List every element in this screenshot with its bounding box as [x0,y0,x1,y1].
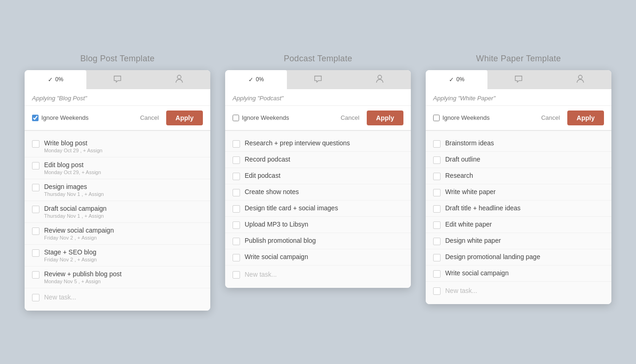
table-row: Edit blog postMonday Oct 29, + Assign [25,157,210,179]
tab-2-0[interactable]: ✓0% [426,70,487,89]
new-task-item-2[interactable]: New task... [426,282,611,299]
tab-2-1[interactable] [487,70,549,89]
task-checkbox-1-7[interactable] [233,254,240,261]
ignore-weekends-checkbox-1[interactable] [233,115,239,121]
options-bar-1: Ignore WeekendsCancelApply [225,106,411,131]
table-row: Stage + SEO blogFriday Nov 2 , + Assign [25,245,210,266]
tab-icon-1-1 [314,75,322,84]
task-content-1-2: Edit podcast [245,172,280,179]
new-task-label-2: New task... [445,287,477,294]
card-2: ✓0%Applying "White Paper"Ignore Weekends… [426,70,611,304]
tab-0-0[interactable]: ✓0% [25,70,86,89]
tab-icon-2-2 [577,75,584,84]
ignore-weekends-checkbox-0[interactable] [32,115,39,121]
task-name-2-8: Write social campaign [445,269,509,277]
tab-label-0-0: 0% [55,76,63,83]
tab-icon-2-1 [514,75,523,84]
task-name-0-6: Review + publish blog post [44,270,122,278]
task-list-0: Write blog postMonday Oct 29 , + AssignE… [25,131,210,311]
new-task-item-1[interactable]: New task... [225,266,411,283]
apply-button-2[interactable]: Apply [567,110,604,125]
table-row: Research [426,168,611,184]
tab-0-2[interactable] [149,70,210,89]
cancel-button-2[interactable]: Cancel [538,112,564,123]
tab-1-1[interactable] [287,70,349,89]
task-checkbox-1-1[interactable] [233,156,240,164]
ignore-weekends-checkbox-2[interactable] [433,115,440,121]
task-meta-0-6: Monday Nov 5 , + Assign [44,279,122,284]
tab-2-2[interactable] [550,70,611,89]
tab-icon-2-0: ✓ [449,76,454,83]
applying-label-1: Applying "Podcast" [225,89,411,106]
apply-button-0[interactable]: Apply [166,110,203,125]
task-checkbox-0-2[interactable] [32,184,39,191]
ignore-weekends-label-2[interactable]: Ignore Weekends [433,114,534,121]
tab-0-1[interactable] [86,70,148,89]
table-row: Review + publish blog postMonday Nov 5 ,… [25,266,210,288]
tab-label-2-0: 0% [456,76,464,83]
task-content-2-8: Write social campaign [445,269,509,277]
apply-button-1[interactable]: Apply [367,110,403,125]
task-checkbox-0-3[interactable] [32,206,39,213]
task-checkbox-1-5[interactable] [233,221,240,229]
task-name-1-0: Research + prep interview questions [245,139,350,147]
options-bar-0: Ignore WeekendsCancelApply [25,106,210,131]
task-name-1-4: Design title card + social images [245,204,338,212]
task-name-1-6: Publish promotional blog [245,237,316,244]
task-checkbox-1-2[interactable] [233,173,240,180]
table-row: Research + prep interview questions [225,136,411,152]
task-checkbox-0-1[interactable] [32,162,39,169]
card-tabs-2: ✓0% [426,70,611,89]
tab-icon-1-2 [376,75,383,84]
table-row: Draft outline [426,152,611,168]
ignore-weekends-label-1[interactable]: Ignore Weekends [233,114,333,121]
tab-icon-0-0: ✓ [48,76,53,83]
task-checkbox-0-4[interactable] [32,228,39,235]
task-checkbox-2-4[interactable] [433,205,441,213]
task-name-2-7: Design promotional landing page [445,253,540,260]
new-task-checkbox-0 [32,294,39,301]
template-title-1: Podcast Template [284,54,352,64]
new-task-item-0[interactable]: New task... [25,288,210,306]
task-checkbox-0-5[interactable] [32,249,39,257]
task-checkbox-1-3[interactable] [233,189,240,196]
task-name-2-2: Research [445,172,473,179]
task-content-0-3: Draft social campaignThursday Nov 1 , + … [44,205,107,219]
task-name-2-6: Design white paper [445,237,501,244]
table-row: Upload MP3 to Libsyn [225,217,411,233]
task-name-1-5: Upload MP3 to Libsyn [245,221,308,228]
tab-1-0[interactable]: ✓0% [225,70,287,89]
task-content-2-3: Write white paper [445,188,496,195]
task-checkbox-0-6[interactable] [32,271,39,279]
task-checkbox-0-0[interactable] [32,140,39,148]
task-meta-0-4: Friday Nov 2 , + Assign [44,235,114,240]
table-row: Review social campaignFriday Nov 2 , + A… [25,223,210,245]
task-content-1-3: Create show notes [245,188,299,195]
task-checkbox-2-1[interactable] [433,156,441,164]
tab-1-2[interactable] [349,70,411,89]
new-task-checkbox-1 [233,271,240,279]
task-checkbox-2-7[interactable] [433,254,441,261]
applying-label-2: Applying "White Paper" [426,89,611,106]
task-checkbox-1-0[interactable] [233,140,240,148]
task-checkbox-2-5[interactable] [433,221,441,229]
task-checkbox-2-0[interactable] [433,140,441,148]
task-checkbox-1-6[interactable] [233,238,240,245]
table-row: Edit white paper [426,217,611,233]
task-content-1-5: Upload MP3 to Libsyn [245,221,308,228]
cancel-button-0[interactable]: Cancel [136,112,162,123]
ignore-weekends-label-0[interactable]: Ignore Weekends [32,114,133,121]
task-content-0-5: Stage + SEO blogFriday Nov 2 , + Assign [44,248,97,262]
table-row: Create show notes [225,184,411,201]
task-checkbox-2-2[interactable] [433,173,441,180]
task-name-0-5: Stage + SEO blog [44,248,97,256]
page-container: Blog Post Template✓0%Applying "Blog Post… [9,54,627,311]
task-checkbox-2-6[interactable] [433,238,441,245]
task-checkbox-2-3[interactable] [433,189,441,196]
task-checkbox-1-4[interactable] [233,205,240,213]
cancel-button-1[interactable]: Cancel [337,112,363,123]
options-bar-2: Ignore WeekendsCancelApply [426,106,611,131]
task-checkbox-2-8[interactable] [433,270,441,278]
task-content-2-7: Design promotional landing page [445,253,540,260]
task-content-2-6: Design white paper [445,237,501,244]
